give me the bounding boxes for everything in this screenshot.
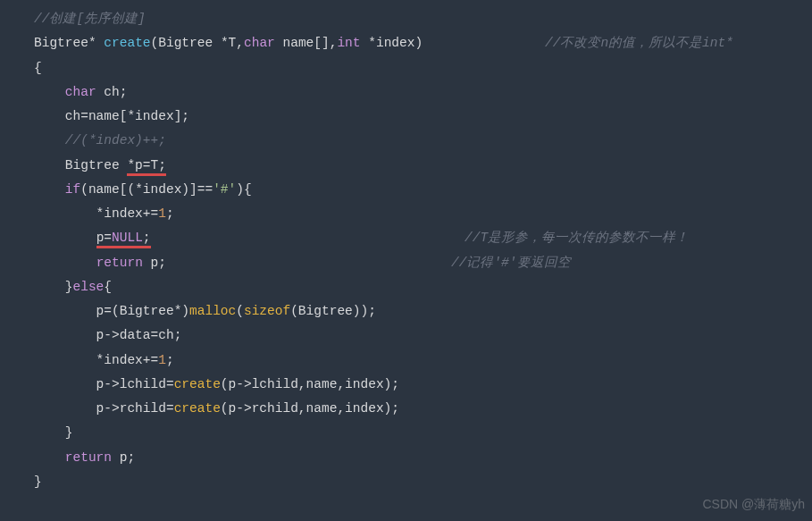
- keyword: int: [337, 36, 360, 50]
- param: T: [229, 36, 237, 50]
- code-text: (p->rchild,name,index);: [221, 401, 399, 416]
- keyword: else: [73, 280, 105, 294]
- code-text: ch=name[*index];: [34, 109, 189, 123]
- code-line-17: p->rchild=create(p->rchild,name,index);: [34, 397, 812, 421]
- keyword: char: [244, 36, 275, 50]
- code-line-7: Bigtree *p=T;: [34, 154, 812, 178]
- type-name: Bigtree: [158, 36, 221, 50]
- brace: }: [34, 425, 73, 440]
- code-text: Bigtree: [34, 158, 127, 172]
- keyword: return: [65, 450, 112, 465]
- code-line-4: char ch;: [34, 80, 812, 105]
- code-line-1: //创建[先序创建]: [34, 7, 812, 31]
- highlighted-code: p=NULL;: [96, 231, 151, 248]
- code-line-15: *index+=1;: [34, 349, 812, 373]
- punct: ): [414, 36, 423, 50]
- code-text: p;: [143, 256, 166, 270]
- code-text: p->rchild=: [34, 401, 174, 416]
- code-line-9: *index+=1;: [34, 202, 812, 226]
- param: name[]: [275, 36, 330, 50]
- string-literal: '#': [213, 182, 236, 197]
- code-line-18: }: [34, 421, 812, 445]
- code-line-13: p=(Bigtree*)malloc(sizeof(Bigtree));: [34, 299, 812, 324]
- code-line-6: //(*index)++;: [34, 129, 812, 153]
- code-text: (Bigtree));: [290, 304, 376, 318]
- punct: ;: [166, 353, 174, 367]
- code-line-2: Bigtree* create(Bigtree *T,char name[],i…: [34, 31, 812, 55]
- type-name: Bigtree: [34, 36, 88, 50]
- brace: }: [34, 280, 73, 294]
- punct: (: [236, 304, 244, 318]
- function-call: create: [174, 401, 221, 416]
- function-call: sizeof: [244, 304, 290, 318]
- code-text: p->data=ch;: [34, 328, 181, 342]
- code-line-16: p->lchild=create(p->lchild,name,index);: [34, 373, 812, 397]
- code-line-10: p=NULL;//T是形参，每一次传的参数不一样！: [34, 226, 812, 250]
- punct: *: [361, 36, 376, 50]
- punct: *: [88, 36, 96, 50]
- comment-text: //创建[先序创建]: [34, 12, 146, 26]
- code-line-11: return p;//记得'#'要返回空: [34, 251, 812, 275]
- code-text: *index+=: [34, 206, 158, 221]
- brace: {: [34, 61, 42, 75]
- code-text: p;: [112, 450, 135, 465]
- code-line-5: ch=name[*index];: [34, 105, 812, 129]
- code-text: *index+=: [34, 353, 158, 367]
- indent: [34, 231, 96, 245]
- punct: (: [151, 36, 159, 50]
- punct: ;: [143, 231, 151, 245]
- null-constant: NULL: [112, 231, 143, 245]
- code-line-3: {: [34, 56, 812, 80]
- punct: *: [221, 36, 229, 50]
- punct: ;: [166, 206, 174, 221]
- punct: ,: [236, 36, 244, 50]
- keyword: if: [65, 182, 80, 197]
- comment-text: //(*index)++;: [34, 133, 166, 147]
- number-literal: 1: [158, 353, 166, 367]
- code-text: p->lchild=: [34, 377, 174, 391]
- function-call: create: [174, 377, 221, 391]
- inline-comment: //T是形参，每一次传的参数不一样！: [465, 226, 689, 250]
- function-name: create: [104, 36, 150, 50]
- code-text: ch;: [96, 85, 128, 99]
- keyword: char: [65, 85, 96, 99]
- inline-comment: //不改变n的值，所以不是int*: [545, 31, 733, 55]
- code-text: p=(Bigtree*): [34, 304, 189, 318]
- code-text: ){: [236, 182, 251, 197]
- keyword: return: [96, 256, 143, 270]
- number-literal: 1: [158, 206, 166, 221]
- code-text: p=: [96, 231, 112, 245]
- code-line-19: return p;: [34, 446, 812, 470]
- code-line-20: }: [34, 470, 812, 494]
- code-line-14: p->data=ch;: [34, 324, 812, 348]
- code-line-8: if(name[(*index)]=='#'){: [34, 178, 812, 202]
- watermark-text: CSDN @薄荷糖yh: [702, 492, 805, 516]
- brace: }: [34, 475, 42, 489]
- highlighted-code: *p=T;: [127, 158, 166, 176]
- param: index: [376, 36, 415, 50]
- code-text: (name[(*index)]==: [80, 182, 213, 197]
- function-call: malloc: [189, 304, 236, 318]
- inline-comment: //记得'#'要返回空: [451, 251, 571, 275]
- code-line-12: }else{: [34, 275, 812, 299]
- code-text: (p->lchild,name,index);: [221, 377, 399, 391]
- brace: {: [104, 280, 112, 294]
